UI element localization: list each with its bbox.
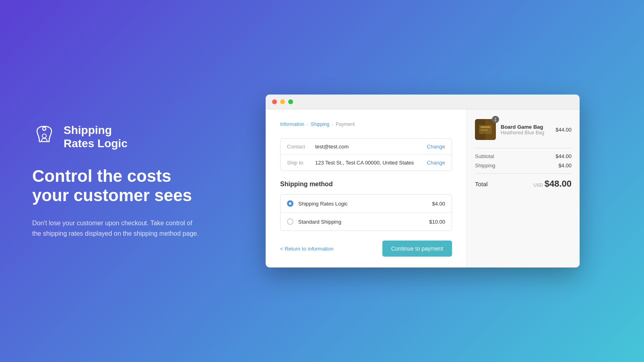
shipping-option-srl[interactable]: Shipping Rates Logic $4.00: [281, 195, 452, 213]
option-name-standard: Standard Shipping: [298, 219, 424, 225]
shipto-change[interactable]: Change: [427, 160, 445, 166]
browser-content: Information › Shipping › Payment Contact…: [266, 109, 580, 267]
total-label: Total: [475, 181, 488, 187]
shipping-options: Shipping Rates Logic $4.00 Standard Ship…: [280, 194, 452, 231]
shipto-row: Ship to 123 Test St., Test CA 00000, Uni…: [281, 155, 452, 171]
summary-divider-1: [475, 148, 572, 148]
shipto-value: 123 Test St., Test CA 00000, United Stat…: [315, 160, 427, 166]
shipping-value: $4.00: [558, 162, 572, 169]
shipping-method-title: Shipping method: [280, 181, 452, 188]
product-row: 1 Board Game Bag Heathered Blue Bag $44.…: [475, 119, 572, 140]
contact-change[interactable]: Change: [427, 144, 445, 150]
breadcrumb: Information › Shipping › Payment: [280, 121, 452, 127]
contact-row: Contact test@test.com Change: [281, 139, 452, 155]
action-bar: Return to information Continue to paymen…: [280, 241, 452, 257]
option-price-srl: $4.00: [432, 201, 445, 207]
shipto-label: Ship to: [287, 160, 315, 166]
return-link[interactable]: Return to information: [280, 246, 334, 252]
shipping-label: Shipping: [475, 162, 495, 169]
shipping-row: Shipping $4.00: [475, 162, 572, 169]
svg-point-0: [43, 127, 46, 130]
product-badge: 1: [492, 116, 499, 123]
breadcrumb-payment: Payment: [336, 121, 355, 127]
browser-window: Information › Shipping › Payment Contact…: [266, 95, 580, 267]
breadcrumb-shipping[interactable]: Shipping: [311, 121, 330, 127]
product-image-wrapper: 1: [475, 119, 496, 140]
svg-point-2: [42, 134, 46, 138]
contact-label: Contact: [287, 144, 315, 150]
order-summary: 1 Board Game Bag Heathered Blue Bag $44.…: [467, 109, 580, 267]
traffic-light-yellow[interactable]: [280, 99, 285, 104]
total-currency: USD: [533, 183, 543, 187]
product-info: Board Game Bag Heathered Blue Bag: [501, 124, 551, 136]
description: Don't lose your customer upon checkout. …: [32, 218, 201, 239]
traffic-light-green[interactable]: [288, 99, 293, 104]
breadcrumb-information[interactable]: Information: [280, 121, 304, 127]
radio-unselected-icon: [287, 218, 293, 225]
browser-titlebar: [266, 95, 580, 109]
product-name: Board Game Bag: [501, 124, 551, 130]
continue-button[interactable]: Continue to payment: [382, 241, 452, 257]
shipping-option-standard[interactable]: Standard Shipping $10.00: [281, 213, 452, 230]
total-value: USD $48.00: [533, 179, 572, 189]
option-price-standard: $10.00: [429, 219, 445, 225]
headline: Control the costs your customer sees: [32, 167, 242, 206]
summary-divider-2: [475, 173, 572, 174]
subtotal-label: Subtotal: [475, 153, 494, 159]
traffic-light-red[interactable]: [272, 99, 277, 104]
total-amount: $48.00: [545, 179, 572, 189]
left-panel: Shipping Rates Logic Control the costs y…: [32, 123, 266, 239]
product-variant: Heathered Blue Bag: [501, 130, 551, 136]
svg-rect-7: [481, 130, 488, 131]
logo-area: Shipping Rates Logic: [32, 123, 242, 150]
radio-selected-icon: [287, 200, 293, 207]
breadcrumb-sep-1: ›: [307, 122, 308, 127]
contact-value: test@test.com: [315, 144, 427, 150]
subtotal-row: Subtotal $44.00: [475, 153, 572, 159]
breadcrumb-sep-2: ›: [332, 122, 333, 127]
info-table: Contact test@test.com Change Ship to 123…: [280, 138, 452, 171]
logo-text: Shipping Rates Logic: [64, 123, 128, 150]
option-name-srl: Shipping Rates Logic: [298, 201, 427, 207]
logo-icon: [32, 125, 56, 149]
checkout-left: Information › Shipping › Payment Contact…: [266, 109, 467, 267]
product-price: $44.00: [555, 127, 572, 133]
page-wrapper: Shipping Rates Logic Control the costs y…: [0, 0, 644, 362]
total-row: Total USD $48.00: [475, 179, 572, 189]
subtotal-value: $44.00: [555, 153, 572, 159]
svg-rect-6: [481, 126, 490, 128]
